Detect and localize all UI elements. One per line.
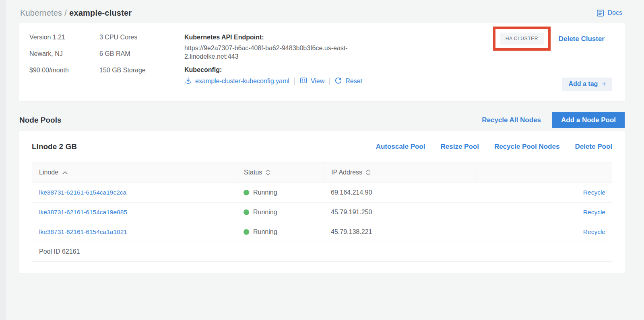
status-running-dot [244,209,249,215]
ha-cluster-badge: HA CLUSTER [500,33,544,45]
node-row: lke38731-62161-6154ca19e885 Running 45.7… [32,202,612,222]
node-table-header: Linode Status IP Address [32,162,612,183]
api-endpoint-block: Kubernetes API Endpoint: https://9e2a730… [184,34,378,90]
node-link[interactable]: lke38731-62161-6154ca19e885 [39,209,127,215]
ip-address: 45.79.191.250 [324,209,475,216]
recycle-node-link[interactable]: Recycle [583,228,605,235]
delete-pool-link[interactable]: Delete Pool [575,143,612,151]
cluster-specs-column-2: 3 CPU Cores 6 GB RAM 150 GB Storage [99,34,184,90]
code-view-icon [299,76,308,86]
cluster-storage: 150 GB Storage [99,67,184,74]
node-table: Linode Status IP Address [32,162,612,262]
add-tag-button[interactable]: Add a tag + [562,78,612,91]
status-running-dot [244,190,249,195]
ip-column-label: IP Address [331,169,362,176]
status-text: Running [253,209,277,216]
pool-plan-name: Linode 2 GB [32,142,77,151]
column-header-ip-address[interactable]: IP Address [324,162,475,183]
pool-action-links: Autoscale Pool Resize Pool Recycle Pool … [376,143,612,151]
divider [294,78,295,85]
linode-column-label: Linode [39,169,58,176]
kubeconfig-label: Kubeconfig: [184,66,378,74]
download-icon [184,77,192,86]
kubeconfig-file-name: example-cluster-kubeconfig.yaml [195,78,289,85]
node-link[interactable]: lke38731-62161-6154ca19c2ca [39,189,126,196]
pool-title-row: Linode 2 GB Autoscale Pool Resize Pool R… [32,142,612,162]
status-running-dot [244,229,249,235]
annotation-highlight-box: HA CLUSTER [493,27,551,51]
reset-icon [334,77,342,86]
sort-both-icon [366,169,371,176]
column-header-linode[interactable]: Linode [32,162,237,183]
breadcrumb: Kubernetes/example-cluster [20,8,132,18]
reset-label: Reset [345,78,362,85]
status-cell: Running [237,228,324,236]
node-pools-title: Node Pools [19,116,62,125]
status-text: Running [253,189,277,196]
cluster-region: Newark, NJ [29,50,99,57]
docs-icon [596,9,605,17]
status-column-label: Status [244,169,262,176]
breadcrumb-separator: / [64,8,67,17]
add-node-pool-button[interactable]: Add a Node Pool [552,112,625,128]
kubeconfig-reset-link[interactable]: Reset [334,77,362,86]
cluster-ram: 6 GB RAM [99,50,184,57]
node-pools-header: Node Pools Recycle All Nodes Add a Node … [19,112,625,128]
delete-cluster-button[interactable]: Delete Cluster [559,35,605,43]
node-row: lke38731-62161-6154ca19c2ca Running 69.1… [32,183,612,202]
status-cell: Running [237,209,324,216]
node-row: lke38731-62161-6154ca1a1021 Running 45.7… [32,222,612,242]
kubeconfig-download-link[interactable]: example-cluster-kubeconfig.yaml [184,77,289,86]
cluster-cpu: 3 CPU Cores [99,34,184,41]
api-endpoint-label: Kubernetes API Endpoint: [184,34,378,41]
docs-label: Docs [608,9,622,16]
node-pool-card: Linode 2 GB Autoscale Pool Resize Pool R… [19,131,625,273]
breadcrumb-kubernetes-link[interactable]: Kubernetes [20,8,62,17]
cluster-specs-column-1: Version 1.21 Newark, NJ $90.00/month [29,34,99,90]
column-header-status[interactable]: Status [237,162,324,183]
kubeconfig-view-link[interactable]: View [299,76,324,86]
status-cell: Running [237,189,324,196]
status-text: Running [253,228,277,236]
sort-asc-icon [62,169,68,176]
sort-both-icon [266,169,270,176]
kubeconfig-actions-row: example-cluster-kubeconfig.yaml View [184,76,378,86]
node-link[interactable]: lke38731-62161-6154ca1a1021 [39,228,127,235]
docs-link[interactable]: Docs [596,9,622,17]
recycle-all-nodes-link[interactable]: Recycle All Nodes [482,116,541,124]
ip-address: 45.79.138.221 [324,228,475,236]
add-tag-label: Add a tag [568,80,598,88]
autoscale-pool-link[interactable]: Autoscale Pool [376,143,425,151]
pool-id-row: Pool ID 62161 [32,242,612,261]
column-header-actions [475,162,612,183]
view-label: View [311,78,324,85]
cluster-summary-card: Version 1.21 Newark, NJ $90.00/month 3 C… [19,23,625,101]
pool-id-label: Pool ID 62161 [32,248,80,255]
divider [329,78,330,85]
breadcrumb-cluster-name: example-cluster [69,8,132,17]
cluster-price: $90.00/month [29,67,99,74]
plus-icon: + [602,81,607,87]
recycle-node-link[interactable]: Recycle [583,189,605,196]
node-pools-actions: Recycle All Nodes Add a Node Pool [482,112,625,128]
resize-pool-link[interactable]: Resize Pool [440,143,479,151]
cluster-version: Version 1.21 [29,34,99,41]
ip-address: 69.164.214.90 [324,189,475,196]
topbar: Kubernetes/example-cluster Docs [19,0,625,23]
kubernetes-cluster-detail-page: Kubernetes/example-cluster Docs Version … [0,0,644,273]
recycle-node-link[interactable]: Recycle [583,209,605,215]
recycle-pool-nodes-link[interactable]: Recycle Pool Nodes [494,143,560,151]
api-endpoint-url: https://9e2a7307-b6ac-408f-ba62-9483b0b3… [184,44,362,61]
